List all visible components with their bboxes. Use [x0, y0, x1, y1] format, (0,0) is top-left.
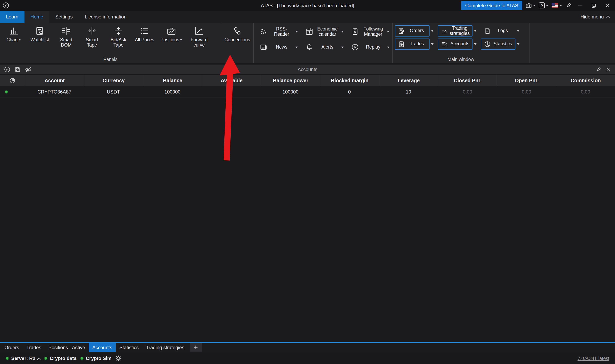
chevron-down-icon[interactable]	[431, 43, 433, 45]
smart-tape-button[interactable]: Smart Tape	[80, 24, 104, 48]
economic-calendar-button[interactable]: Economic calendar	[301, 25, 347, 38]
chevron-down-icon[interactable]	[474, 30, 476, 31]
column-header-currency[interactable]: Currency	[84, 75, 143, 86]
server-status-dot	[6, 357, 9, 360]
chevron-down-icon[interactable]	[341, 31, 344, 32]
chevron-down-icon[interactable]	[295, 31, 298, 32]
titlebar-controls: Complete Guide to ATAS ?	[461, 0, 613, 11]
help-button[interactable]: ?	[539, 2, 548, 8]
pin-icon[interactable]	[595, 66, 601, 72]
bottom-tab-trading-strategies[interactable]: Trading strategies	[142, 343, 188, 352]
chevron-down-icon[interactable]	[517, 43, 520, 45]
bottom-tab-accounts[interactable]: Accounts	[89, 343, 116, 352]
news-button[interactable]: News	[255, 41, 301, 53]
add-tab-button[interactable]	[190, 343, 202, 351]
accounts-panel-title: Accounts	[0, 67, 615, 72]
column-header-commission[interactable]: Commission	[556, 75, 615, 86]
bottom-tab-positions-active[interactable]: Positions - Active	[45, 343, 89, 352]
chevron-down-icon[interactable]	[341, 46, 344, 48]
logs-button[interactable]: Logs	[481, 25, 515, 36]
following-manager-button[interactable]: Following Manager	[347, 25, 393, 38]
smart-dom-button[interactable]: Smart DOM	[55, 24, 78, 48]
pie-clock-icon	[9, 77, 16, 84]
statistics-button[interactable]: Statistics	[481, 38, 515, 50]
column-header-closed-pnl[interactable]: Closed PnL	[438, 75, 497, 86]
status-bar: Server: R2 Crypto data Crypto Sim 7.0.9.…	[0, 352, 615, 364]
column-header-open-pnl[interactable]: Open PnL	[497, 75, 556, 86]
screenshot-button[interactable]	[525, 2, 536, 9]
chevron-down-icon[interactable]	[431, 30, 433, 31]
gear-icon[interactable]	[115, 355, 122, 361]
chevron-down-icon[interactable]	[18, 39, 21, 41]
atas-window: ATAS - [The workspace hasn't been loaded…	[0, 0, 615, 364]
chevron-up-icon	[37, 357, 41, 361]
alerts-button[interactable]: Alerts	[301, 41, 347, 53]
economic-calendar-icon	[305, 27, 314, 36]
cell-balance: 100000	[143, 89, 202, 94]
cell-blocked-margin: 0	[320, 89, 379, 94]
positions-button[interactable]: Positions	[158, 24, 185, 42]
chart-button[interactable]: Chart	[2, 24, 25, 42]
forward-curve-button[interactable]: Forward curve	[187, 24, 211, 48]
server-selector[interactable]: Server: R2	[6, 355, 40, 361]
bottom-tab-bar: Orders Trades Positions - Active Account…	[0, 343, 615, 352]
watchlist-button[interactable]: Watchlist	[27, 24, 52, 42]
table-row[interactable]: CRYPTO36A87 USDT 100000 100000 0 10 0,00…	[0, 86, 615, 98]
trades-icon	[398, 40, 405, 48]
tab-learn[interactable]: Learn	[0, 11, 24, 23]
trades-button[interactable]: Trades	[395, 38, 430, 50]
trading-strategies-button[interactable]: Trading strategies	[438, 25, 472, 36]
save-icon[interactable]	[14, 66, 21, 73]
logs-icon	[484, 27, 491, 34]
version-link[interactable]: 7.0.9.341-latest	[577, 356, 609, 361]
replay-button[interactable]: Replay	[347, 41, 393, 53]
eye-off-icon[interactable]	[25, 66, 32, 73]
pin-window-icon[interactable]	[565, 2, 572, 9]
orders-button[interactable]: Orders	[395, 25, 430, 36]
bottom-tab-statistics[interactable]: Statistics	[116, 343, 142, 352]
chevron-down-icon[interactable]	[387, 31, 389, 32]
feed-crypto-data[interactable]: Crypto data	[44, 355, 77, 361]
hide-menu-button[interactable]: Hide menu	[575, 11, 615, 23]
connections-button[interactable]: Connections	[222, 24, 252, 63]
minimize-button[interactable]	[575, 0, 585, 11]
bid-ask-tape-button[interactable]: Bid/Ask Tape	[106, 24, 131, 48]
clock-column-header[interactable]	[0, 75, 25, 86]
column-header-account[interactable]: Account	[25, 75, 84, 86]
chevron-down-icon[interactable]	[533, 5, 536, 6]
bottom-tab-trades[interactable]: Trades	[23, 343, 45, 352]
feed-crypto-sim[interactable]: Crypto Sim	[80, 355, 111, 361]
language-selector[interactable]	[551, 3, 562, 8]
chevron-down-icon[interactable]	[387, 46, 389, 48]
chevron-down-icon[interactable]	[180, 39, 183, 41]
close-button[interactable]	[602, 0, 613, 11]
menu-bar: Learn Home Settings License information …	[0, 11, 615, 23]
column-header-leverage[interactable]: Leverage	[379, 75, 438, 86]
restore-button[interactable]	[589, 0, 599, 11]
chevron-down-icon[interactable]	[546, 5, 548, 6]
template-icon[interactable]	[4, 66, 11, 73]
rss-reader-button[interactable]: RSS-Reader	[255, 25, 301, 38]
close-icon[interactable]	[605, 67, 611, 72]
smart-tape-icon	[87, 26, 97, 36]
chevron-down-icon[interactable]	[474, 43, 476, 45]
chevron-down-icon[interactable]	[295, 46, 298, 48]
chevron-down-icon[interactable]	[517, 30, 520, 31]
accounts-button[interactable]: Accounts	[438, 38, 472, 50]
column-header-balance[interactable]: Balance	[143, 75, 202, 86]
bid-ask-tape-icon	[113, 26, 124, 36]
all-prices-button[interactable]: All Prices	[133, 24, 156, 42]
tab-license-information[interactable]: License information	[79, 11, 132, 23]
bottom-tab-orders[interactable]: Orders	[1, 343, 23, 352]
tab-home[interactable]: Home	[24, 11, 49, 23]
feed-label: Crypto data	[50, 355, 77, 361]
chevron-down-icon[interactable]	[560, 5, 562, 6]
column-header-blocked-margin[interactable]: Blocked margin	[320, 75, 379, 86]
tab-settings[interactable]: Settings	[49, 11, 79, 23]
cell-leverage: 10	[379, 89, 438, 94]
column-header-available[interactable]: Available	[202, 75, 261, 86]
chart-icon	[8, 26, 19, 36]
column-header-balance-power[interactable]: Balance power	[261, 75, 320, 86]
smart-dom-icon	[61, 26, 71, 36]
complete-guide-button[interactable]: Complete Guide to ATAS	[461, 1, 522, 10]
